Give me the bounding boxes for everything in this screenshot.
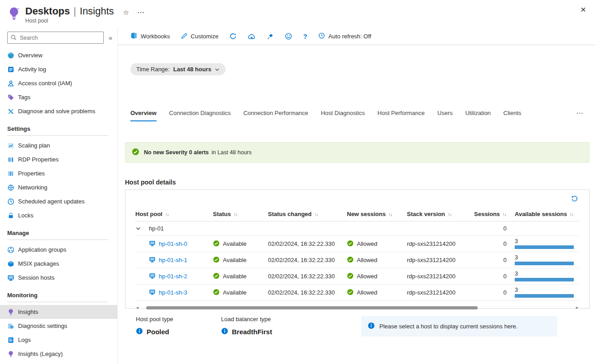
scrollbar-thumb[interactable] — [146, 306, 478, 309]
column-new-sessions[interactable]: New sessions↑↓ — [347, 207, 407, 221]
workbook-content: Time Range: Last 48 hours Overview Conne… — [118, 45, 595, 364]
column-available-sessions[interactable]: Available sessions↑↓ — [515, 207, 579, 221]
host-link[interactable]: hp-01-sh-0 — [159, 240, 187, 247]
tab-utilization[interactable]: Utilization — [465, 110, 490, 121]
sidebar-item-overview[interactable]: Overview — [0, 48, 117, 62]
sidebar-item-label: Application groups — [18, 246, 66, 253]
sidebar-item-insights-legacy[interactable]: Insights (Legacy) — [0, 347, 117, 361]
new-sessions-text: Allowed — [357, 273, 378, 280]
iam-person-icon — [7, 80, 14, 87]
monitor-icon — [7, 274, 14, 281]
sidebar-item-activity-log[interactable]: Activity log — [0, 62, 117, 76]
table-row: hp-01-sh-0 Available 02/02/2024, 16:32:2… — [135, 236, 579, 252]
workbooks-button[interactable]: Workbooks — [130, 32, 170, 41]
column-stack-version[interactable]: Stack version↑↓ — [407, 207, 474, 221]
divider — [7, 302, 108, 302]
allowed-check-icon — [347, 240, 354, 248]
sidebar-item-logs[interactable]: Logs — [0, 333, 117, 347]
host-link[interactable]: hp-01-sh-1 — [159, 257, 187, 263]
load-balancer-value: BreadthFirst — [232, 328, 272, 336]
sidebar-item-scheduled-agent-updates[interactable]: Scheduled agent updates — [0, 194, 117, 208]
sidebar-item-msix-packages[interactable]: MSIX packages — [0, 257, 117, 271]
column-host-pool[interactable]: Host pool↑↓ — [135, 207, 213, 221]
refresh-icon[interactable] — [229, 32, 237, 40]
host-pool-type-label: Host pool type — [136, 316, 215, 323]
info-icon[interactable] — [221, 327, 228, 336]
sidebar-item-networking[interactable]: Networking — [0, 180, 117, 194]
tab-host-performance[interactable]: Host Performance — [378, 110, 425, 121]
available-sessions-bar — [515, 278, 574, 281]
feedback-smiley-icon[interactable] — [285, 32, 292, 40]
available-sessions-bar — [515, 262, 574, 265]
tab-overview[interactable]: Overview — [130, 110, 157, 121]
sort-icon: ↑↓ — [165, 212, 169, 217]
scrollbar-track[interactable] — [142, 306, 572, 310]
stack-version-cell: rdp-sxs231214200 — [407, 236, 474, 252]
search-input[interactable] — [7, 32, 104, 44]
auto-refresh-label: Auto refresh: Off — [328, 33, 371, 40]
expand-chevron-icon[interactable] — [135, 226, 147, 231]
status-text: Available — [223, 240, 247, 247]
tab-users[interactable]: Users — [438, 110, 453, 121]
success-check-icon — [132, 148, 139, 157]
status-changed-cell: 02/02/2024, 16:32:22.330 — [268, 252, 347, 268]
sidebar-item-tags[interactable]: Tags — [0, 90, 117, 104]
sidebar-item-rdp-properties[interactable]: RDP Properties — [0, 152, 117, 166]
workbooks-icon — [130, 32, 138, 41]
stack-version-cell: rdp-sxs231214200 — [407, 285, 474, 301]
column-sessions[interactable]: Sessions↑↓ — [474, 207, 515, 221]
title-divider: | — [74, 5, 76, 17]
new-sessions-text: Allowed — [357, 289, 378, 296]
host-pool-table: Host pool↑↓ Status↑↓ Status changed↑↓ Ne… — [135, 207, 579, 301]
sidebar-item-properties[interactable]: Properties — [0, 166, 117, 180]
sidebar-item-application-groups[interactable]: Application groups — [0, 243, 117, 257]
help-icon[interactable]: ? — [303, 33, 307, 40]
tab-host-diagnostics[interactable]: Host Diagnostics — [321, 110, 365, 121]
diagnostic-settings-icon — [7, 323, 14, 330]
sidebar-item-label: Tags — [18, 94, 30, 101]
sidebar-item-locks[interactable]: Locks — [0, 208, 117, 222]
sidebar-item-diagnose[interactable]: Diagnose and solve problems — [0, 104, 117, 118]
table-row: hp-01-sh-2 Available 02/02/2024, 16:32:2… — [135, 268, 579, 285]
cloud-upload-icon[interactable] — [248, 33, 256, 40]
title-block: Desktops | Insights Host pool — [25, 5, 114, 24]
sidebar-item-diagnostic-settings[interactable]: Diagnostic settings — [0, 319, 117, 333]
title-more-icon[interactable]: ⋯ — [137, 8, 144, 17]
available-check-icon — [213, 272, 220, 281]
scroll-left-icon[interactable]: ◄ — [135, 306, 139, 310]
networking-globe-icon — [7, 184, 14, 191]
close-icon[interactable]: × — [581, 5, 586, 14]
info-icon[interactable] — [136, 327, 143, 336]
tab-connection-performance[interactable]: Connection Performance — [243, 110, 308, 121]
tab-connection-diagnostics[interactable]: Connection Diagnostics — [169, 110, 231, 121]
sidebar-item-label: Scheduled agent updates — [18, 198, 84, 205]
sidebar-item-insights[interactable]: Insights — [0, 305, 117, 319]
column-status[interactable]: Status↑↓ — [213, 207, 268, 221]
tabs-overflow-icon[interactable]: ⋯ — [576, 109, 583, 121]
time-range-filter[interactable]: Time Range: Last 48 hours — [130, 63, 226, 75]
status-text: Available — [223, 273, 247, 280]
undo-icon[interactable] — [571, 194, 578, 203]
sessions-cell: 0 — [474, 252, 515, 268]
sidebar-item-access-control[interactable]: Access control (IAM) — [0, 76, 117, 90]
tab-clients[interactable]: Clients — [503, 110, 521, 121]
auto-refresh-button[interactable]: Auto refresh: Off — [318, 32, 371, 41]
pin-icon[interactable] — [267, 33, 274, 40]
sidebar-item-session-hosts[interactable]: Session hosts — [0, 271, 117, 285]
host-pool-type-stat: Host pool type Pooled — [136, 316, 215, 336]
column-status-changed[interactable]: Status changed↑↓ — [268, 207, 347, 221]
search-icon — [10, 34, 17, 42]
sidebar-item-scaling-plan[interactable]: Scaling plan — [0, 138, 117, 152]
group-sessions: 0 — [474, 221, 515, 236]
horizontal-scrollbar[interactable]: ◄ ► — [135, 306, 579, 310]
scroll-right-icon[interactable]: ► — [575, 306, 579, 310]
sort-icon: ↑↓ — [314, 212, 318, 217]
customize-button[interactable]: Customize — [181, 32, 218, 41]
status-text: Available — [223, 257, 247, 263]
host-link[interactable]: hp-01-sh-3 — [159, 289, 187, 296]
host-link[interactable]: hp-01-sh-2 — [159, 273, 187, 280]
allowed-check-icon — [347, 289, 354, 297]
sort-icon: ↑↓ — [570, 212, 573, 217]
favorite-star-icon[interactable]: ☆ — [123, 9, 129, 17]
collapse-sidebar-icon[interactable]: « — [106, 34, 115, 41]
